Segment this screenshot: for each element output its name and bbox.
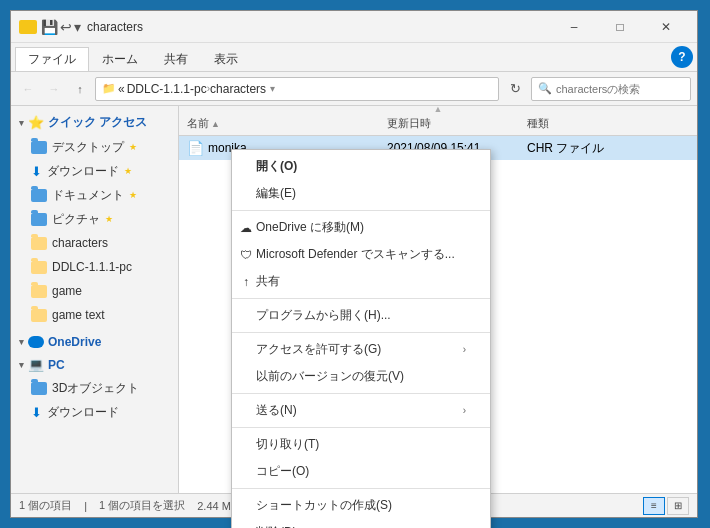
onedrive-icon	[28, 336, 44, 348]
ctx-onedrive[interactable]: ☁ OneDrive に移動(M)	[232, 214, 490, 241]
ctx-label: ショートカットの作成(S)	[256, 497, 392, 514]
sidebar-label: 3Dオブジェクト	[52, 380, 139, 397]
folder-icon	[31, 261, 47, 274]
tab-view[interactable]: 表示	[201, 47, 251, 71]
pc-icon: 💻	[28, 357, 44, 372]
ctx-label: プログラムから開く(H)...	[256, 307, 391, 324]
sidebar-item-game-text[interactable]: game text	[11, 303, 178, 327]
forward-button[interactable]: →	[43, 78, 65, 100]
star-icon: ⭐	[28, 115, 44, 130]
submenu-arrow: ›	[463, 405, 466, 416]
sidebar-item-game[interactable]: game	[11, 279, 178, 303]
folder-icon	[31, 309, 47, 322]
sidebar-item-3dobjects[interactable]: 3Dオブジェクト	[11, 376, 178, 400]
sidebar-item-documents[interactable]: ドキュメント ★	[11, 183, 178, 207]
ctx-sep	[232, 488, 490, 489]
ctx-create-shortcut[interactable]: ショートカットの作成(S)	[232, 492, 490, 519]
star-badge: ★	[124, 166, 132, 176]
sidebar-item-pc-downloads[interactable]: ⬇ ダウンロード	[11, 400, 178, 424]
chevron-icon: ▾	[19, 360, 24, 370]
submenu-arrow: ›	[463, 344, 466, 355]
search-input[interactable]	[556, 83, 694, 95]
ctx-cut[interactable]: 切り取り(T)	[232, 431, 490, 458]
ctx-defender[interactable]: 🛡 Microsoft Defender でスキャンする...	[232, 241, 490, 268]
folder-icon	[31, 237, 47, 250]
sidebar-item-downloads[interactable]: ⬇ ダウンロード ★	[11, 159, 178, 183]
share-ctx-icon: ↑	[238, 274, 254, 290]
file-type-cell: CHR ファイル	[523, 140, 623, 157]
back-button[interactable]: ←	[17, 78, 39, 100]
close-button[interactable]: ✕	[643, 11, 689, 43]
tab-share[interactable]: 共有	[151, 47, 201, 71]
maximize-button[interactable]: □	[597, 11, 643, 43]
folder-icon	[31, 382, 47, 395]
address-path[interactable]: 📁 « DDLC-1.1.1-pc › characters ▾	[95, 77, 499, 101]
window-controls: – □ ✕	[551, 11, 689, 43]
minimize-button[interactable]: –	[551, 11, 597, 43]
up-button[interactable]: ↑	[69, 78, 91, 100]
sidebar-label: デスクトップ	[52, 139, 124, 156]
view-details-button[interactable]: ≡	[643, 497, 665, 515]
sidebar-item-pictures[interactable]: ピクチャ ★	[11, 207, 178, 231]
search-box[interactable]: 🔍	[531, 77, 691, 101]
sidebar-label: game text	[52, 308, 105, 322]
window-title: characters	[87, 20, 551, 34]
ctx-label: コピー(O)	[256, 463, 309, 480]
col-header-name[interactable]: 名前 ▲	[183, 112, 383, 135]
sidebar: ▾ ⭐ クイック アクセス デスクトップ ★ ⬇ ダウンロード ★ ドキュメント…	[11, 106, 179, 493]
ctx-label: 切り取り(T)	[256, 436, 319, 453]
ctx-restore-prev[interactable]: 以前のバージョンの復元(V)	[232, 363, 490, 390]
sidebar-label: characters	[52, 236, 108, 250]
context-menu: 開く(O) 編集(E) ☁ OneDrive に移動(M) 🛡 Microsof…	[231, 149, 491, 528]
sidebar-item-desktop[interactable]: デスクトップ ★	[11, 135, 178, 159]
ctx-grant-access[interactable]: アクセスを許可する(G) ›	[232, 336, 490, 363]
sidebar-label: DDLC-1.1.1-pc	[52, 260, 132, 274]
ctx-edit[interactable]: 編集(E)	[232, 180, 490, 207]
ctx-open-with[interactable]: プログラムから開く(H)...	[232, 302, 490, 329]
status-separator: |	[84, 500, 87, 512]
ctx-label: 共有	[256, 273, 280, 290]
undo-icon[interactable]: ↩	[60, 19, 72, 35]
ctx-open[interactable]: 開く(O)	[232, 153, 490, 180]
col-name-label: 名前	[187, 116, 209, 131]
ctx-sep	[232, 427, 490, 428]
tab-home[interactable]: ホーム	[89, 47, 151, 71]
view-large-button[interactable]: ⊞	[667, 497, 689, 515]
ctx-delete[interactable]: 削除(D)	[232, 519, 490, 528]
ctx-label: 以前のバージョンの復元(V)	[256, 368, 404, 385]
sidebar-item-ddlc[interactable]: DDLC-1.1.1-pc	[11, 255, 178, 279]
pc-header[interactable]: ▾ 💻 PC	[11, 353, 178, 376]
path-segment-1: 📁 « DDLC-1.1.1-pc	[102, 82, 207, 96]
ctx-label: 編集(E)	[256, 185, 296, 202]
onedrive-header[interactable]: ▾ OneDrive	[11, 331, 178, 353]
col-date-label: 更新日時	[387, 116, 431, 131]
ctx-label: アクセスを許可する(G)	[256, 341, 381, 358]
quick-access-header[interactable]: ▾ ⭐ クイック アクセス	[11, 110, 178, 135]
ctx-share[interactable]: ↑ 共有	[232, 268, 490, 295]
help-button[interactable]: ?	[671, 46, 693, 68]
dropdown-icon[interactable]: ▾	[74, 19, 81, 35]
col-header-type[interactable]: 種類	[523, 112, 623, 135]
file-icon: 📄	[187, 140, 204, 156]
sort-arrow: ▲	[211, 119, 220, 129]
ctx-label: OneDrive に移動(M)	[256, 219, 364, 236]
save-icon[interactable]: 💾	[41, 19, 58, 35]
path-text-1: DDLC-1.1.1-pc	[127, 82, 207, 96]
sidebar-label: ダウンロード	[47, 163, 119, 180]
ctx-copy[interactable]: コピー(O)	[232, 458, 490, 485]
pc-label: PC	[48, 358, 65, 372]
folder-icon	[31, 141, 47, 154]
title-bar: 💾 ↩ ▾ characters – □ ✕	[11, 11, 697, 43]
star-badge: ★	[129, 142, 137, 152]
path-chevron-down: ▾	[270, 83, 275, 94]
ctx-label: 削除(D)	[256, 524, 297, 528]
file-list-header: 名前 ▲ 更新日時 種類	[179, 112, 697, 136]
folder-icon	[31, 285, 47, 298]
sidebar-item-characters[interactable]: characters	[11, 231, 178, 255]
search-icon: 🔍	[538, 82, 552, 95]
tab-file[interactable]: ファイル	[15, 47, 89, 71]
col-header-date[interactable]: 更新日時	[383, 112, 523, 135]
ctx-send-to[interactable]: 送る(N) ›	[232, 397, 490, 424]
chevron-icon: ▾	[19, 118, 24, 128]
refresh-button[interactable]: ↻	[503, 77, 527, 101]
